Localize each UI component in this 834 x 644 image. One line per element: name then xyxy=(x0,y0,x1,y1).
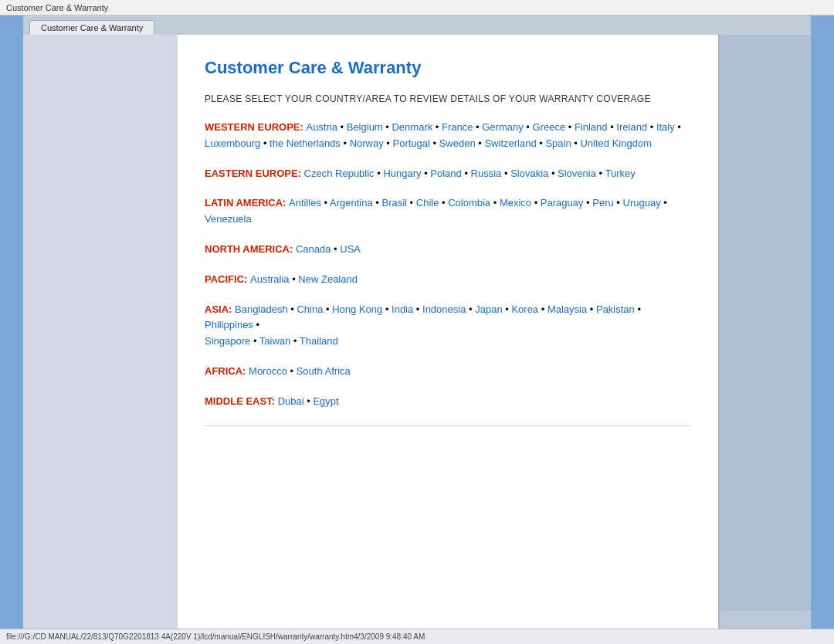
link-greece[interactable]: Greece xyxy=(533,121,566,133)
link-czech-republic[interactable]: Czech Republic xyxy=(304,168,375,179)
link-portugal[interactable]: Portugal xyxy=(392,137,429,149)
link-sweden[interactable]: Sweden xyxy=(439,137,476,149)
link-finland[interactable]: Finland xyxy=(575,121,608,133)
link-belgium[interactable]: Belgium xyxy=(347,121,383,133)
link-turkey[interactable]: Turkey xyxy=(605,168,635,179)
region-north-america: NORTH AMERICA: Canada • USA xyxy=(205,242,691,258)
page-subtitle: PLEASE SELECT YOUR COUNTRY/AREA TO REVIE… xyxy=(205,93,691,104)
region-label-pacific: PACIFIC: xyxy=(205,273,250,285)
link-egypt[interactable]: Egypt xyxy=(313,395,338,407)
link-france[interactable]: France xyxy=(442,121,473,133)
link-india[interactable]: India xyxy=(392,303,413,315)
region-middle-east: MIDDLE EAST: Dubai • Egypt xyxy=(205,394,691,410)
right-nav-lower xyxy=(720,609,811,629)
region-label-middle-east: MIDDLE EAST: xyxy=(205,395,278,407)
link-venezuela[interactable]: Venezuela xyxy=(205,213,252,225)
link-argentina[interactable]: Argentina xyxy=(330,197,373,208)
link-usa[interactable]: USA xyxy=(340,243,361,255)
link-brasil[interactable]: Brasil xyxy=(381,197,407,208)
right-nav-panel xyxy=(718,35,811,629)
link-ireland[interactable]: Ireland xyxy=(616,121,647,133)
link-canada[interactable]: Canada xyxy=(296,243,331,255)
region-label-western-europe: WESTERN EUROPE: xyxy=(205,121,306,133)
link-korea[interactable]: Korea xyxy=(511,303,538,315)
left-nav-panel xyxy=(23,35,178,629)
link-australia[interactable]: Australia xyxy=(250,273,290,285)
link-poland[interactable]: Poland xyxy=(430,168,461,179)
region-label-africa: AFRICA: xyxy=(205,365,249,377)
link-pakistan[interactable]: Pakistan xyxy=(596,303,635,315)
link-denmark[interactable]: Denmark xyxy=(392,121,432,133)
link-slovakia[interactable]: Slovakia xyxy=(510,168,548,179)
region-africa: AFRICA: Morocco • South Africa xyxy=(205,364,691,380)
link-mexico[interactable]: Mexico xyxy=(500,197,531,208)
tab-bar: Customer Care & Warranty xyxy=(23,15,811,35)
link-hong-kong[interactable]: Hong Kong xyxy=(332,303,382,315)
link-taiwan[interactable]: Taiwan xyxy=(259,335,290,347)
link-morocco[interactable]: Morocco xyxy=(249,365,287,377)
link-paraguay[interactable]: Paraguay xyxy=(541,197,584,208)
right-nav-upper xyxy=(720,35,811,609)
region-label-asia: ASIA: xyxy=(205,303,235,315)
bottom-bar: file:///G:/CD MANUAL/22/813/Q70G2201813 … xyxy=(0,629,834,644)
link-united-kingdom[interactable]: United Kingdom xyxy=(580,137,652,149)
link-austria[interactable]: Austria xyxy=(306,121,337,133)
link-antilles[interactable]: Antilles xyxy=(289,197,321,208)
link-bangladesh[interactable]: Bangladesh xyxy=(235,303,288,315)
link-malaysia[interactable]: Malaysia xyxy=(548,303,587,315)
link-indonesia[interactable]: Indonesia xyxy=(422,303,466,315)
region-latin-america: LATIN AMERICA: Antilles • Argentina • Br… xyxy=(205,195,691,228)
link-new-zealand[interactable]: New Zealand xyxy=(298,273,358,285)
link-dubai[interactable]: Dubai xyxy=(278,395,304,407)
link-thailand[interactable]: Thailand xyxy=(300,335,338,347)
page-title: Customer Care & Warranty xyxy=(205,58,691,78)
link-colombia[interactable]: Colombia xyxy=(448,197,490,208)
link-switzerland[interactable]: Switzerland xyxy=(484,137,536,149)
link-italy[interactable]: Italy xyxy=(656,121,675,133)
region-eastern-europe: EASTERN EUROPE: Czech Republic • Hungary… xyxy=(205,166,691,182)
link-hungary[interactable]: Hungary xyxy=(383,168,421,179)
link-germany[interactable]: Germany xyxy=(482,121,523,133)
region-label-north-america: NORTH AMERICA: xyxy=(205,243,296,255)
tab-label: Customer Care & Warranty xyxy=(41,23,143,32)
bottom-bar-url: file:///G:/CD MANUAL/22/813/Q70G2201813 … xyxy=(6,632,425,641)
document-content: Customer Care & Warranty PLEASE SELECT Y… xyxy=(178,35,718,629)
link-netherlands[interactable]: the Netherlands xyxy=(270,137,341,149)
link-luxembourg[interactable]: Luxembourg xyxy=(205,137,260,149)
region-western-europe: WESTERN EUROPE: Austria • Belgium • Denm… xyxy=(205,120,691,152)
link-slovenia[interactable]: Slovenia xyxy=(558,168,596,179)
link-peru[interactable]: Peru xyxy=(592,197,613,208)
link-chile[interactable]: Chile xyxy=(416,197,439,208)
link-spain[interactable]: Spain xyxy=(545,137,571,149)
region-label-eastern-europe: EASTERN EUROPE: xyxy=(205,168,304,179)
top-bar: Customer Care & Warranty xyxy=(0,0,834,15)
link-norway[interactable]: Norway xyxy=(350,137,384,149)
link-philippines[interactable]: Philippines xyxy=(205,319,253,330)
link-singapore[interactable]: Singapore xyxy=(205,335,250,347)
separator xyxy=(205,425,691,426)
link-uruguay[interactable]: Uruguay xyxy=(623,197,661,208)
region-pacific: PACIFIC: Australia • New Zealand xyxy=(205,272,691,288)
top-bar-title: Customer Care & Warranty xyxy=(6,3,108,12)
region-asia: ASIA: Bangladesh • China • Hong Kong • I… xyxy=(205,302,691,350)
region-label-latin-america: LATIN AMERICA: xyxy=(205,197,289,208)
link-japan[interactable]: Japan xyxy=(475,303,502,315)
active-tab[interactable]: Customer Care & Warranty xyxy=(29,20,154,35)
link-south-africa[interactable]: South Africa xyxy=(297,365,351,377)
link-russia[interactable]: Russia xyxy=(471,168,502,179)
link-china[interactable]: China xyxy=(297,303,323,315)
